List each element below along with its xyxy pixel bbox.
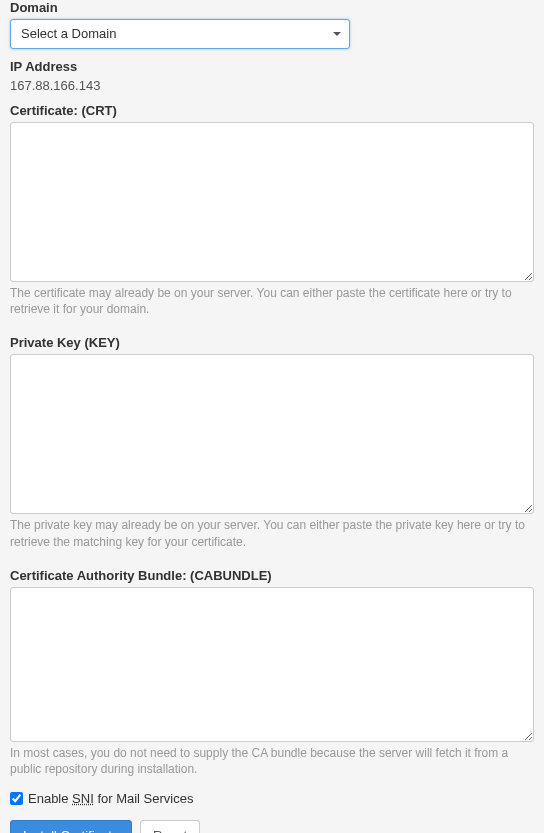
reset-button[interactable]: Reset	[140, 820, 200, 833]
certificate-textarea[interactable]	[10, 122, 534, 282]
cabundle-textarea[interactable]	[10, 587, 534, 742]
install-certificate-button[interactable]: Install Certificate	[10, 820, 132, 833]
enable-sni-checkbox[interactable]	[10, 792, 23, 805]
domain-select[interactable]: Select a Domain	[10, 19, 350, 49]
certificate-label: Certificate: (CRT)	[10, 103, 534, 118]
chevron-down-icon	[333, 32, 341, 36]
certificate-help: The certificate may already be on your s…	[10, 285, 534, 317]
ip-address-label: IP Address	[10, 59, 534, 74]
domain-label: Domain	[10, 0, 534, 15]
domain-select-value: Select a Domain	[11, 20, 349, 47]
ip-address-value: 167.88.166.143	[10, 78, 534, 93]
private-key-label: Private Key (KEY)	[10, 335, 534, 350]
cabundle-label: Certificate Authority Bundle: (CABUNDLE)	[10, 568, 534, 583]
private-key-help: The private key may already be on your s…	[10, 517, 534, 549]
sni-abbrev: SNI	[72, 791, 94, 806]
enable-sni-suffix: for Mail Services	[94, 791, 194, 806]
enable-sni-prefix: Enable	[28, 791, 72, 806]
cabundle-help: In most cases, you do not need to supply…	[10, 745, 534, 777]
private-key-textarea[interactable]	[10, 354, 534, 514]
enable-sni-label: Enable SNI for Mail Services	[28, 791, 193, 806]
